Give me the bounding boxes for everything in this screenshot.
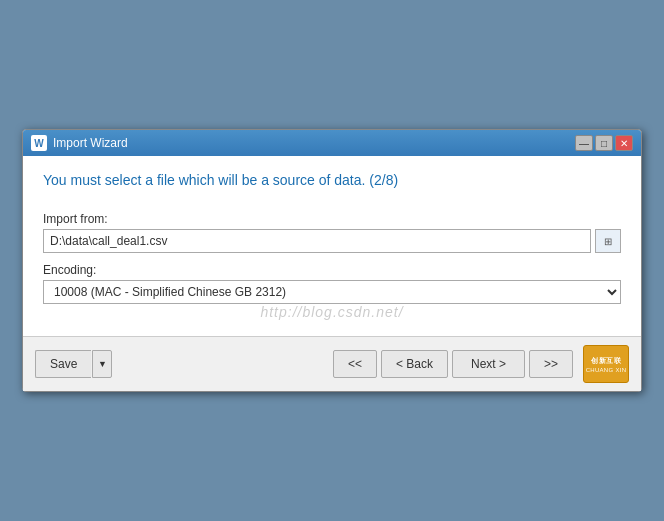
minimize-button[interactable]: —: [575, 135, 593, 151]
save-button[interactable]: Save: [35, 350, 91, 378]
maximize-button[interactable]: □: [595, 135, 613, 151]
logo: 创新互联 CHUANG XIN: [583, 345, 629, 383]
import-field-group: Import from: ⊞: [43, 212, 621, 253]
watermark: http://blog.csdn.net/: [43, 304, 621, 320]
first-button[interactable]: <<: [333, 350, 377, 378]
step-message: You must select a file which will be a s…: [43, 172, 621, 188]
encoding-select[interactable]: 10008 (MAC - Simplified Chinese GB 2312)…: [43, 280, 621, 304]
title-bar-left: W Import Wizard: [31, 135, 128, 151]
back-button[interactable]: < Back: [381, 350, 448, 378]
save-dropdown-button[interactable]: ▼: [92, 350, 112, 378]
footer-left: Save ▼: [35, 350, 112, 378]
form-section: Import from: ⊞ Encoding: 10008 (MAC - Si…: [43, 212, 621, 304]
last-button[interactable]: >>: [529, 350, 573, 378]
footer: Save ▼ << < Back Next > >> 创新互联 CHUANG X…: [23, 336, 641, 391]
window-title: Import Wizard: [53, 136, 128, 150]
import-wizard-window: W Import Wizard — □ ✕ You must select a …: [22, 129, 642, 392]
browse-icon: ⊞: [604, 236, 612, 247]
footer-right: << < Back Next > >> 创新互联 CHUANG XIN: [333, 345, 629, 383]
logo-text-top: 创新互联: [591, 356, 621, 366]
logo-text-bottom: CHUANG XIN: [586, 367, 627, 373]
chevron-down-icon: ▼: [98, 359, 107, 369]
next-button[interactable]: Next >: [452, 350, 525, 378]
encoding-field-group: Encoding: 10008 (MAC - Simplified Chines…: [43, 263, 621, 304]
close-button[interactable]: ✕: [615, 135, 633, 151]
browse-button[interactable]: ⊞: [595, 229, 621, 253]
import-label: Import from:: [43, 212, 621, 226]
encoding-label: Encoding:: [43, 263, 621, 277]
main-content: You must select a file which will be a s…: [23, 156, 641, 336]
import-input[interactable]: [43, 229, 591, 253]
import-field-row: ⊞: [43, 229, 621, 253]
title-bar-buttons: — □ ✕: [575, 135, 633, 151]
title-bar: W Import Wizard — □ ✕: [23, 130, 641, 156]
window-icon: W: [31, 135, 47, 151]
